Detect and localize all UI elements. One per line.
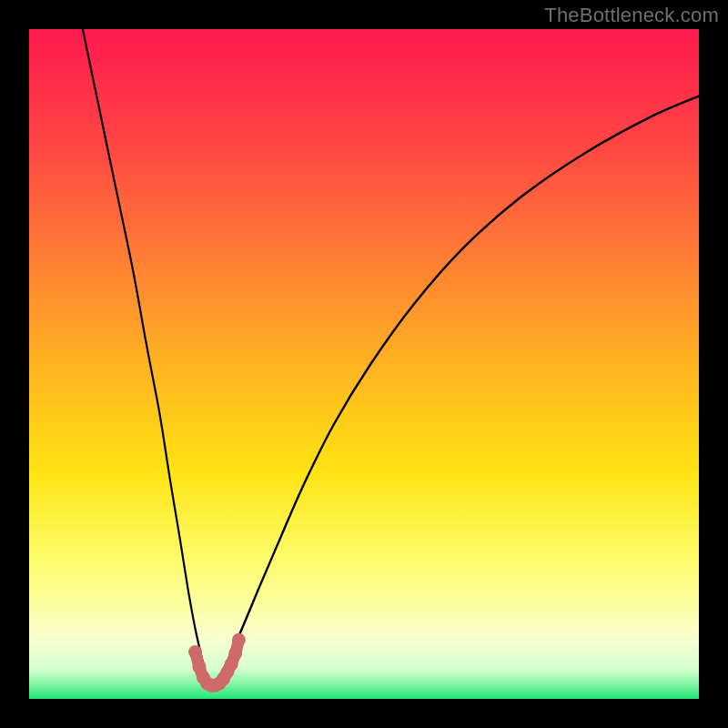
bottleneck-curve-left-branch	[83, 29, 212, 685]
bottleneck-curve-right-branch	[212, 96, 699, 686]
plot-area	[29, 29, 699, 699]
valley-marker-dot	[228, 646, 242, 660]
valley-marker-dot	[188, 645, 202, 659]
watermark-text: TheBottleneck.com	[544, 4, 719, 27]
chart-frame: TheBottleneck.com	[0, 0, 728, 728]
valley-marker-dot	[232, 633, 246, 647]
curve-layer	[29, 29, 699, 699]
